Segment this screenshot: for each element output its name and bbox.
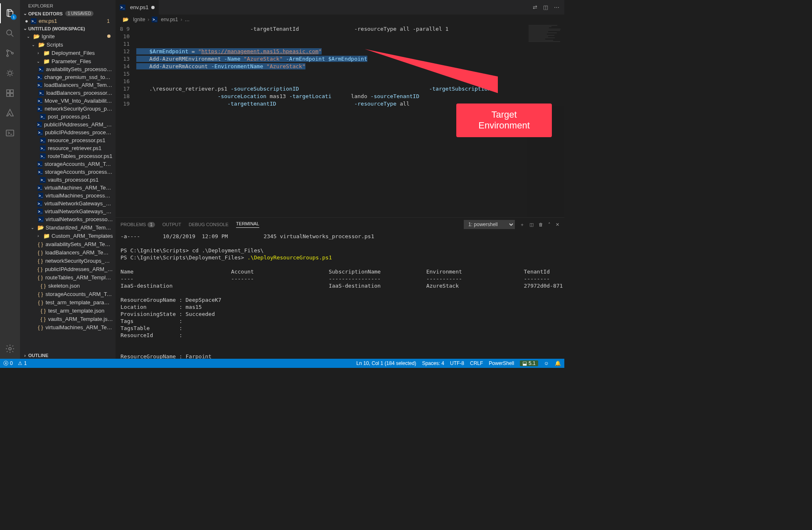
tree-file[interactable]: >_virtualNetworkGateways_proc… (20, 207, 116, 215)
open-editor-item[interactable]: ● >_ env.ps1 1 (20, 17, 116, 25)
tree-file[interactable]: >_resource_processor.ps1 (20, 136, 116, 144)
tree-file[interactable]: { }storageAccounts_ARM_Templ… (20, 290, 116, 298)
status-spaces[interactable]: Spaces: 4 (422, 360, 444, 366)
status-ps-version[interactable]: ⬓ 5.1 (520, 360, 538, 366)
tree-file[interactable]: { }test_arm_template.json (20, 306, 116, 315)
close-panel-icon[interactable]: ✕ (556, 222, 559, 227)
tree-file[interactable]: >_loadBalancers_processor.ps1 (20, 89, 116, 97)
minimap[interactable] (527, 25, 564, 217)
tree-file[interactable]: >_availabilitySets_processor.ps1 (20, 65, 116, 73)
split-editor-icon[interactable]: ◫ (543, 4, 548, 10)
tree-file[interactable]: { }vaults_ARM_Template.json (20, 315, 116, 323)
activity-bar: 1 (0, 0, 20, 359)
explorer-icon[interactable]: 1 (0, 3, 20, 23)
status-language[interactable]: PowerShell (489, 360, 514, 366)
terminal-output[interactable]: -a---- 10/28/2019 12:09 PM 2345 virtualN… (116, 231, 564, 359)
terminal-shell-select[interactable]: 1: powershell (464, 220, 515, 229)
tree-file[interactable]: >_virtualMachines_processor.ps1 (20, 192, 116, 200)
extensions-icon[interactable] (0, 83, 20, 103)
maximize-panel-icon[interactable]: ˄ (548, 222, 551, 227)
panel-tabs: PROBLEMS1 OUTPUT DEBUG CONSOLE TERMINAL … (116, 218, 564, 231)
tree-file[interactable]: >_vaults_processor.ps1 (20, 176, 116, 184)
new-terminal-icon[interactable]: ＋ (520, 222, 524, 228)
tree-file[interactable]: >_change_premium_ssd_to_stan… (20, 73, 116, 81)
tab-env-ps1[interactable]: >_ env.ps1 (116, 0, 159, 15)
tree-folder[interactable]: ›📁Custom_ARM_Templates (20, 232, 116, 240)
tree-file[interactable]: >_virtualNetworks_processor.ps1 (20, 215, 116, 223)
compare-icon[interactable]: ⇄ (533, 4, 537, 10)
svg-point-0 (7, 30, 12, 35)
svg-rect-8 (10, 94, 13, 96)
tab-debug-console[interactable]: DEBUG CONSOLE (189, 222, 229, 227)
line-gutter: 8 9 10 11 12 13 14 15 16 17 18 19 (116, 25, 136, 217)
status-encoding[interactable]: UTF-8 (450, 360, 464, 366)
file-tree: ⌄📂Ignite ⌄📂Scripts ›📁Deployment_Files ⌄📁… (20, 32, 116, 352)
svg-rect-6 (10, 90, 13, 93)
outline-section[interactable]: › OUTLINE (20, 352, 116, 359)
tree-folder[interactable]: ⌄📁Parameter_Files (20, 57, 116, 65)
kill-terminal-icon[interactable]: 🗑 (539, 222, 543, 227)
status-bar: ⓧ 0 ⚠ 1 Ln 10, Col 1 (184 selected) Spac… (0, 359, 564, 368)
breadcrumbs[interactable]: 📂 Ignite › >_ env.ps1 › … (116, 15, 564, 25)
tree-file[interactable]: { }availabilitySets_ARM_Templat… (20, 240, 116, 248)
tree-folder[interactable]: ›📁Deployment_Files (20, 49, 116, 57)
tree-file[interactable]: { }publicIPAddresses_ARM_Temp… (20, 265, 116, 273)
bottom-panel: PROBLEMS1 OUTPUT DEBUG CONSOLE TERMINAL … (116, 217, 564, 359)
tab-problems[interactable]: PROBLEMS1 (121, 222, 155, 227)
status-warnings[interactable]: ⚠ 1 (18, 360, 27, 366)
tree-folder[interactable]: ⌄📂Ignite (20, 32, 116, 40)
tree-file[interactable]: { }virtualMachines_ARM_Templa… (20, 323, 116, 331)
search-icon[interactable] (0, 23, 20, 43)
svg-rect-7 (7, 94, 10, 96)
more-actions-icon[interactable]: ⋯ (554, 4, 559, 10)
sidebar: EXPLORER ⌄ OPEN EDITORS 1 UNSAVED ● >_ e… (20, 0, 116, 359)
open-editors-section[interactable]: ⌄ OPEN EDITORS 1 UNSAVED (20, 10, 116, 17)
tree-file[interactable]: { }skeleton.json (20, 281, 116, 290)
split-terminal-icon[interactable]: ◫ (529, 222, 534, 227)
svg-point-4 (8, 71, 12, 75)
tree-file[interactable]: >_publicIPAddresses_ARM_Temp… (20, 121, 116, 128)
tree-file[interactable]: >_post_process.ps1 (20, 113, 116, 121)
svg-point-1 (7, 50, 8, 52)
tree-file[interactable]: >_Move_VM_Into_AvailabilitySet… (20, 97, 116, 105)
tree-file[interactable]: { }networkSecurityGroups_ARM_… (20, 256, 116, 265)
status-feedback-icon[interactable]: ☺ (544, 360, 549, 366)
explorer-title: EXPLORER (20, 0, 116, 10)
status-selection[interactable]: Ln 10, Col 1 (184 selected) (357, 360, 416, 366)
tab-output[interactable]: OUTPUT (162, 222, 181, 227)
tree-file[interactable]: >_networkSecurityGroups_proce… (20, 105, 116, 113)
tree-folder[interactable]: ⌄📂Scripts (20, 40, 116, 49)
status-errors[interactable]: ⓧ 0 (3, 360, 13, 367)
tree-file[interactable]: >_storageAccounts_ARM_Templ… (20, 160, 116, 168)
tree-file[interactable]: >_virtualMachines_ARM_Templa… (20, 184, 116, 192)
svg-point-2 (7, 55, 8, 57)
tree-file[interactable]: >_storageAccounts_processor.ps1 (20, 168, 116, 176)
tree-file[interactable]: { }test_arm_template_parameter… (20, 298, 116, 306)
editor-tabs: >_ env.ps1 ⇄ ◫ ⋯ (116, 0, 564, 15)
tree-file[interactable]: { }loadBalancers_ARM_Template… (20, 248, 116, 256)
editor-area: >_ env.ps1 ⇄ ◫ ⋯ 📂 Ignite › >_ env.ps1 ›… (116, 0, 564, 359)
status-eol[interactable]: CRLF (470, 360, 483, 366)
svg-point-10 (9, 348, 11, 350)
status-bell-icon[interactable]: 🔔 (555, 360, 561, 366)
azure-icon[interactable] (0, 103, 20, 123)
debug-icon[interactable] (0, 63, 20, 83)
tree-file[interactable]: >_routeTables_processor.ps1 (20, 152, 116, 160)
tree-file[interactable]: >_loadBalancers_ARM_Template… (20, 81, 116, 89)
powershell-activity-icon[interactable] (0, 123, 20, 143)
tree-folder[interactable]: ⌄📂Standardized_ARM_Templates (20, 223, 116, 232)
settings-gear-icon[interactable] (0, 339, 20, 359)
tree-file[interactable]: { }routeTables_ARM_Template.json (20, 273, 116, 281)
modified-dot (151, 6, 155, 9)
tab-terminal[interactable]: TERMINAL (236, 221, 259, 228)
tree-file[interactable]: >_virtualNetworkGateways_ARM… (20, 200, 116, 207)
scm-icon[interactable] (0, 43, 20, 63)
svg-rect-5 (7, 90, 10, 93)
tree-file[interactable]: >_publicIPAddresses_processor… (20, 128, 116, 136)
tree-file[interactable]: >_resource_retriever.ps1 (20, 144, 116, 152)
workspace-section[interactable]: ⌄ UNTITLED (WORKSPACE) (20, 25, 116, 32)
code-area[interactable]: -targetTenantId -resourceType all -paral… (136, 25, 527, 217)
explorer-badge: 1 (11, 14, 17, 20)
